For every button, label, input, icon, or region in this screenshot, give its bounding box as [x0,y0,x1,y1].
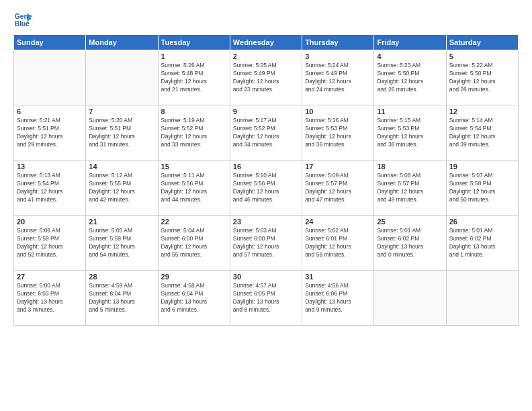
logo: General Blue [13,10,35,29]
day-number: 12 [449,107,515,116]
calendar-header-row: SundayMondayTuesdayWednesdayThursdayFrid… [14,35,519,50]
calendar-cell: 7Sunrise: 5:20 AM Sunset: 5:51 PM Daylig… [86,105,158,161]
calendar-cell: 13Sunrise: 5:13 AM Sunset: 5:54 PM Dayli… [14,161,86,216]
cell-info: Sunrise: 4:58 AM Sunset: 6:04 PM Dayligh… [161,282,227,314]
cell-info: Sunrise: 5:10 AM Sunset: 5:56 PM Dayligh… [233,172,299,204]
cell-info: Sunrise: 5:23 AM Sunset: 5:50 PM Dayligh… [377,62,443,94]
calendar-cell: 11Sunrise: 5:15 AM Sunset: 5:53 PM Dayli… [374,105,446,161]
calendar-cell: 3Sunrise: 5:24 AM Sunset: 5:49 PM Daylig… [302,50,374,105]
day-number: 27 [17,273,83,281]
day-number: 18 [377,163,443,171]
day-number: 25 [377,218,443,226]
day-number: 17 [305,163,371,171]
cell-info: Sunrise: 5:25 AM Sunset: 5:49 PM Dayligh… [233,62,299,94]
day-number: 22 [161,218,227,226]
cell-info: Sunrise: 5:00 AM Sunset: 6:03 PM Dayligh… [17,282,83,314]
calendar-cell: 9Sunrise: 5:17 AM Sunset: 5:52 PM Daylig… [230,105,302,161]
calendar-cell: 16Sunrise: 5:10 AM Sunset: 5:56 PM Dayli… [230,161,302,216]
cell-info: Sunrise: 5:20 AM Sunset: 5:51 PM Dayligh… [89,117,154,149]
page-header: General Blue [13,10,519,29]
cell-info: Sunrise: 5:19 AM Sunset: 5:52 PM Dayligh… [161,117,227,149]
cell-info: Sunrise: 5:26 AM Sunset: 5:48 PM Dayligh… [161,62,227,94]
calendar-cell: 2Sunrise: 5:25 AM Sunset: 5:49 PM Daylig… [230,50,302,105]
day-number: 11 [377,107,443,116]
cell-info: Sunrise: 5:17 AM Sunset: 5:52 PM Dayligh… [233,117,299,149]
day-header-thursday: Thursday [302,35,374,50]
day-number: 31 [305,273,371,281]
cell-info: Sunrise: 5:11 AM Sunset: 5:56 PM Dayligh… [161,172,227,204]
calendar-cell: 15Sunrise: 5:11 AM Sunset: 5:56 PM Dayli… [158,161,230,216]
calendar-cell: 4Sunrise: 5:23 AM Sunset: 5:50 PM Daylig… [374,50,446,105]
day-number: 8 [161,107,227,116]
day-number: 30 [233,273,299,281]
calendar-cell [14,50,86,105]
calendar-cell: 26Sunrise: 5:01 AM Sunset: 6:02 PM Dayli… [446,216,518,271]
calendar-cell: 23Sunrise: 5:03 AM Sunset: 6:00 PM Dayli… [230,216,302,271]
calendar-cell: 10Sunrise: 5:16 AM Sunset: 5:53 PM Dayli… [302,105,374,161]
cell-info: Sunrise: 5:14 AM Sunset: 5:54 PM Dayligh… [449,117,515,149]
cell-info: Sunrise: 5:12 AM Sunset: 5:55 PM Dayligh… [89,172,154,204]
day-number: 5 [449,52,515,60]
calendar-cell [86,50,158,105]
calendar-cell: 19Sunrise: 5:07 AM Sunset: 5:58 PM Dayli… [446,161,518,216]
cell-info: Sunrise: 5:05 AM Sunset: 5:59 PM Dayligh… [89,227,154,259]
cell-info: Sunrise: 5:13 AM Sunset: 5:54 PM Dayligh… [17,172,83,204]
calendar-week-row: 6Sunrise: 5:21 AM Sunset: 5:51 PM Daylig… [14,105,519,161]
day-number: 20 [17,218,83,226]
calendar-cell: 14Sunrise: 5:12 AM Sunset: 5:55 PM Dayli… [86,161,158,216]
cell-info: Sunrise: 4:59 AM Sunset: 6:04 PM Dayligh… [89,282,154,314]
calendar-cell: 28Sunrise: 4:59 AM Sunset: 6:04 PM Dayli… [86,271,158,326]
cell-info: Sunrise: 5:01 AM Sunset: 6:02 PM Dayligh… [377,227,443,259]
day-number: 6 [17,107,83,116]
day-number: 1 [161,52,227,60]
calendar-cell: 31Sunrise: 4:56 AM Sunset: 6:06 PM Dayli… [302,271,374,326]
calendar-cell [374,271,446,326]
cell-info: Sunrise: 5:21 AM Sunset: 5:51 PM Dayligh… [17,117,83,149]
calendar-cell: 21Sunrise: 5:05 AM Sunset: 5:59 PM Dayli… [86,216,158,271]
day-number: 26 [449,218,515,226]
calendar-table: SundayMondayTuesdayWednesdayThursdayFrid… [13,34,519,326]
day-number: 14 [89,163,154,171]
calendar-cell: 17Sunrise: 5:09 AM Sunset: 5:57 PM Dayli… [302,161,374,216]
calendar-week-row: 13Sunrise: 5:13 AM Sunset: 5:54 PM Dayli… [14,161,519,216]
day-number: 21 [89,218,154,226]
day-number: 15 [161,163,227,171]
calendar-cell: 24Sunrise: 5:02 AM Sunset: 6:01 PM Dayli… [302,216,374,271]
calendar-cell: 30Sunrise: 4:57 AM Sunset: 6:05 PM Dayli… [230,271,302,326]
cell-info: Sunrise: 5:02 AM Sunset: 6:01 PM Dayligh… [305,227,371,259]
calendar-cell: 22Sunrise: 5:04 AM Sunset: 6:00 PM Dayli… [158,216,230,271]
day-number: 7 [89,107,154,116]
cell-info: Sunrise: 5:04 AM Sunset: 6:00 PM Dayligh… [161,227,227,259]
calendar-cell: 1Sunrise: 5:26 AM Sunset: 5:48 PM Daylig… [158,50,230,105]
calendar-cell: 20Sunrise: 5:06 AM Sunset: 5:59 PM Dayli… [14,216,86,271]
day-number: 10 [305,107,371,116]
day-number: 13 [17,163,83,171]
cell-info: Sunrise: 5:09 AM Sunset: 5:57 PM Dayligh… [305,172,371,204]
cell-info: Sunrise: 5:01 AM Sunset: 6:02 PM Dayligh… [449,227,515,259]
calendar-cell: 25Sunrise: 5:01 AM Sunset: 6:02 PM Dayli… [374,216,446,271]
logo-icon: General Blue [13,10,32,29]
calendar-cell: 5Sunrise: 5:22 AM Sunset: 5:50 PM Daylig… [446,50,518,105]
cell-info: Sunrise: 5:07 AM Sunset: 5:58 PM Dayligh… [449,172,515,204]
cell-info: Sunrise: 5:06 AM Sunset: 5:59 PM Dayligh… [17,227,83,259]
day-number: 23 [233,218,299,226]
day-number: 19 [449,163,515,171]
day-number: 2 [233,52,299,60]
day-header-saturday: Saturday [446,35,518,50]
calendar-week-row: 20Sunrise: 5:06 AM Sunset: 5:59 PM Dayli… [14,216,519,271]
cell-info: Sunrise: 5:24 AM Sunset: 5:49 PM Dayligh… [305,62,371,94]
day-header-friday: Friday [374,35,446,50]
calendar-week-row: 1Sunrise: 5:26 AM Sunset: 5:48 PM Daylig… [14,50,519,105]
day-number: 3 [305,52,371,60]
cell-info: Sunrise: 5:03 AM Sunset: 6:00 PM Dayligh… [233,227,299,259]
calendar-cell: 29Sunrise: 4:58 AM Sunset: 6:04 PM Dayli… [158,271,230,326]
day-number: 9 [233,107,299,116]
cell-info: Sunrise: 5:16 AM Sunset: 5:53 PM Dayligh… [305,117,371,149]
calendar-cell: 27Sunrise: 5:00 AM Sunset: 6:03 PM Dayli… [14,271,86,326]
cell-info: Sunrise: 5:08 AM Sunset: 5:57 PM Dayligh… [377,172,443,204]
calendar-cell: 18Sunrise: 5:08 AM Sunset: 5:57 PM Dayli… [374,161,446,216]
day-header-wednesday: Wednesday [230,35,302,50]
day-number: 16 [233,163,299,171]
cell-info: Sunrise: 4:56 AM Sunset: 6:06 PM Dayligh… [305,282,371,314]
day-number: 28 [89,273,154,281]
